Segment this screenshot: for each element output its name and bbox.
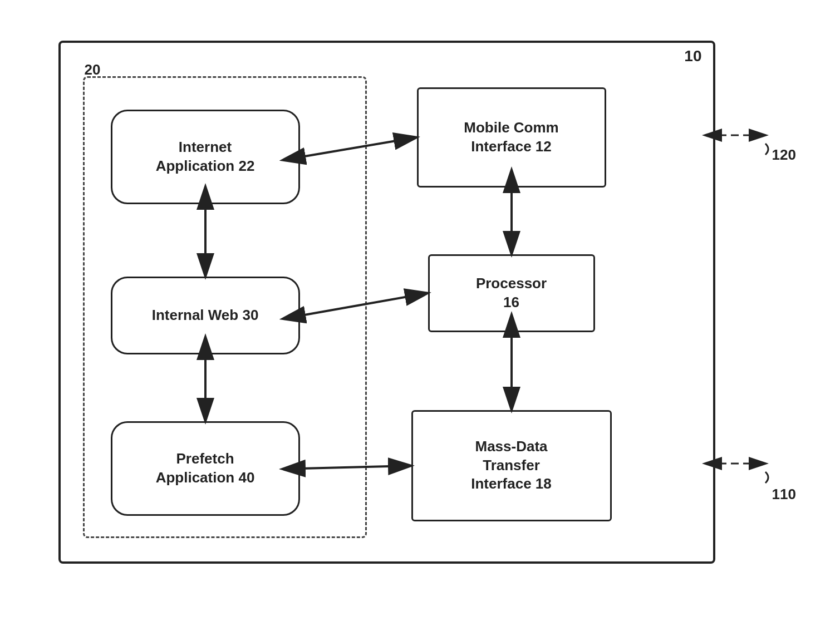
internet-application-block: Internet Application 22 bbox=[111, 110, 300, 204]
mobile-comm-label: Mobile Comm Interface 12 bbox=[464, 119, 558, 156]
outer-box: 10 20 Internet Application 22 Internal W… bbox=[58, 41, 715, 564]
processor-label: Processor 16 bbox=[476, 274, 547, 312]
internet-application-label: Internet Application 22 bbox=[156, 138, 255, 176]
prefetch-application-label: Prefetch Application 40 bbox=[156, 450, 255, 487]
outer-box-label: 10 bbox=[684, 47, 701, 65]
mass-data-label: Mass-Data Transfer Interface 18 bbox=[471, 437, 552, 494]
inner-box-label: 20 bbox=[85, 61, 101, 78]
prefetch-application-block: Prefetch Application 40 bbox=[111, 421, 300, 516]
diagram: 10 20 Internet Application 22 Internal W… bbox=[58, 41, 782, 586]
processor-block: Processor 16 bbox=[428, 254, 595, 332]
brace-120 bbox=[765, 144, 768, 155]
label-110: 110 bbox=[772, 486, 796, 503]
mass-data-block: Mass-Data Transfer Interface 18 bbox=[411, 410, 612, 521]
internal-web-block: Internal Web 30 bbox=[111, 277, 300, 354]
internal-web-label: Internal Web 30 bbox=[152, 306, 259, 325]
label-120: 120 bbox=[772, 146, 796, 164]
mobile-comm-block: Mobile Comm Interface 12 bbox=[417, 87, 606, 188]
brace-110 bbox=[765, 472, 768, 483]
